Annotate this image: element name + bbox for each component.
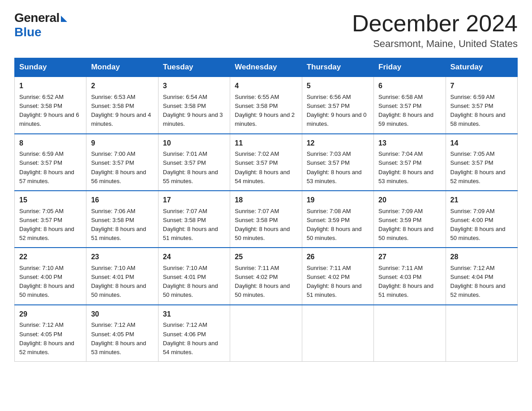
day-info: Sunrise: 7:10 AMSunset: 4:01 PMDaylight:… [91,264,153,300]
logo-arrow-icon [61,16,67,22]
day-cell: 2Sunrise: 6:53 AMSunset: 3:58 PMDaylight… [86,77,158,133]
day-number: 26 [307,252,369,263]
day-info: Sunrise: 7:00 AMSunset: 3:57 PMDaylight:… [91,150,153,186]
day-number: 8 [19,138,82,149]
day-info: Sunrise: 7:07 AMSunset: 3:58 PMDaylight:… [235,207,297,243]
day-number: 2 [91,81,153,92]
day-cell: 19Sunrise: 7:08 AMSunset: 3:59 PMDayligh… [302,191,373,248]
day-number: 1 [19,81,82,92]
day-number: 27 [378,252,441,263]
day-cell: 29Sunrise: 7:12 AMSunset: 4:05 PMDayligh… [15,305,86,362]
day-cell: 25Sunrise: 7:11 AMSunset: 4:02 PMDayligh… [230,248,302,304]
day-cell: 3Sunrise: 6:54 AMSunset: 3:58 PMDaylight… [158,77,230,133]
day-info: Sunrise: 7:11 AMSunset: 4:03 PMDaylight:… [378,264,441,300]
day-cell: 26Sunrise: 7:11 AMSunset: 4:02 PMDayligh… [302,248,373,304]
col-header-monday: Monday [86,58,158,77]
col-header-saturday: Saturday [446,58,517,77]
week-row-3: 15Sunrise: 7:05 AMSunset: 3:57 PMDayligh… [15,191,518,248]
col-header-sunday: Sunday [15,58,86,77]
col-header-thursday: Thursday [302,58,373,77]
day-info: Sunrise: 7:12 AMSunset: 4:06 PMDaylight:… [163,321,225,357]
day-cell: 18Sunrise: 7:07 AMSunset: 3:58 PMDayligh… [230,191,302,248]
day-info: Sunrise: 7:11 AMSunset: 4:02 PMDaylight:… [235,264,297,300]
day-info: Sunrise: 7:05 AMSunset: 3:57 PMDaylight:… [450,150,513,186]
day-info: Sunrise: 6:52 AMSunset: 3:58 PMDaylight:… [19,93,82,129]
day-cell: 28Sunrise: 7:12 AMSunset: 4:04 PMDayligh… [446,248,517,304]
day-info: Sunrise: 7:04 AMSunset: 3:57 PMDaylight:… [378,150,441,186]
day-number: 24 [163,252,225,263]
day-number: 20 [378,195,441,206]
day-cell: 10Sunrise: 7:01 AMSunset: 3:57 PMDayligh… [158,134,230,191]
day-info: Sunrise: 7:12 AMSunset: 4:05 PMDaylight:… [91,321,153,357]
day-info: Sunrise: 7:02 AMSunset: 3:57 PMDaylight:… [235,150,297,186]
day-cell: 17Sunrise: 7:07 AMSunset: 3:58 PMDayligh… [158,191,230,248]
day-cell: 30Sunrise: 7:12 AMSunset: 4:05 PMDayligh… [86,305,158,362]
day-cell [302,305,373,362]
month-title: December 2024 [352,11,518,36]
location-title: Searsmont, Maine, United States [352,38,518,50]
day-info: Sunrise: 7:11 AMSunset: 4:02 PMDaylight:… [307,264,369,300]
day-number: 10 [163,138,225,149]
logo-area: General Blue [14,11,67,39]
day-cell: 15Sunrise: 7:05 AMSunset: 3:57 PMDayligh… [15,191,86,248]
day-cell: 20Sunrise: 7:09 AMSunset: 3:59 PMDayligh… [374,191,446,248]
day-cell: 12Sunrise: 7:03 AMSunset: 3:57 PMDayligh… [302,134,373,191]
col-header-tuesday: Tuesday [158,58,230,77]
day-number: 15 [19,195,82,206]
day-number: 29 [19,309,82,320]
day-cell: 31Sunrise: 7:12 AMSunset: 4:06 PMDayligh… [158,305,230,362]
day-info: Sunrise: 7:10 AMSunset: 4:01 PMDaylight:… [163,264,225,300]
logo-blue-text: Blue [14,25,42,39]
day-number: 3 [163,81,225,92]
day-number: 17 [163,195,225,206]
day-info: Sunrise: 7:10 AMSunset: 4:00 PMDaylight:… [19,264,82,300]
day-cell: 11Sunrise: 7:02 AMSunset: 3:57 PMDayligh… [230,134,302,191]
day-cell [374,305,446,362]
week-row-4: 22Sunrise: 7:10 AMSunset: 4:00 PMDayligh… [15,248,518,304]
day-info: Sunrise: 7:09 AMSunset: 4:00 PMDaylight:… [450,207,513,243]
day-cell: 7Sunrise: 6:59 AMSunset: 3:57 PMDaylight… [446,77,517,133]
day-info: Sunrise: 7:07 AMSunset: 3:58 PMDaylight:… [163,207,225,243]
day-number: 31 [163,309,225,320]
day-info: Sunrise: 6:59 AMSunset: 3:57 PMDaylight:… [450,93,513,129]
day-cell: 16Sunrise: 7:06 AMSunset: 3:58 PMDayligh… [86,191,158,248]
day-info: Sunrise: 7:03 AMSunset: 3:57 PMDaylight:… [307,150,369,186]
col-header-friday: Friday [374,58,446,77]
day-number: 19 [307,195,369,206]
day-info: Sunrise: 7:09 AMSunset: 3:59 PMDaylight:… [378,207,441,243]
day-cell: 23Sunrise: 7:10 AMSunset: 4:01 PMDayligh… [86,248,158,304]
day-number: 23 [91,252,153,263]
week-row-2: 8Sunrise: 6:59 AMSunset: 3:57 PMDaylight… [15,134,518,191]
title-area: December 2024 Searsmont, Maine, United S… [352,11,518,50]
day-number: 14 [450,138,513,149]
day-info: Sunrise: 6:59 AMSunset: 3:57 PMDaylight:… [19,150,82,186]
week-row-1: 1Sunrise: 6:52 AMSunset: 3:58 PMDaylight… [15,77,518,133]
day-number: 7 [450,81,513,92]
week-row-5: 29Sunrise: 7:12 AMSunset: 4:05 PMDayligh… [15,305,518,362]
day-number: 13 [378,138,441,149]
day-cell: 24Sunrise: 7:10 AMSunset: 4:01 PMDayligh… [158,248,230,304]
calendar-table: SundayMondayTuesdayWednesdayThursdayFrid… [14,58,518,362]
day-number: 6 [378,81,441,92]
day-number: 21 [450,195,513,206]
day-cell: 27Sunrise: 7:11 AMSunset: 4:03 PMDayligh… [374,248,446,304]
day-cell: 4Sunrise: 6:55 AMSunset: 3:58 PMDaylight… [230,77,302,133]
day-cell: 5Sunrise: 6:56 AMSunset: 3:57 PMDaylight… [302,77,373,133]
day-info: Sunrise: 7:05 AMSunset: 3:57 PMDaylight:… [19,207,82,243]
logo: General [14,11,67,25]
logo-general-text: General [14,11,60,25]
day-cell: 6Sunrise: 6:58 AMSunset: 3:57 PMDaylight… [374,77,446,133]
day-cell: 9Sunrise: 7:00 AMSunset: 3:57 PMDaylight… [86,134,158,191]
day-number: 4 [235,81,297,92]
day-number: 11 [235,138,297,149]
day-cell [230,305,302,362]
day-info: Sunrise: 6:55 AMSunset: 3:58 PMDaylight:… [235,93,297,129]
col-header-wednesday: Wednesday [230,58,302,77]
day-number: 30 [91,309,153,320]
day-cell: 22Sunrise: 7:10 AMSunset: 4:00 PMDayligh… [15,248,86,304]
day-number: 9 [91,138,153,149]
day-number: 18 [235,195,297,206]
day-number: 16 [91,195,153,206]
calendar-header-row: SundayMondayTuesdayWednesdayThursdayFrid… [15,58,518,77]
header: General Blue December 2024 Searsmont, Ma… [14,11,518,50]
